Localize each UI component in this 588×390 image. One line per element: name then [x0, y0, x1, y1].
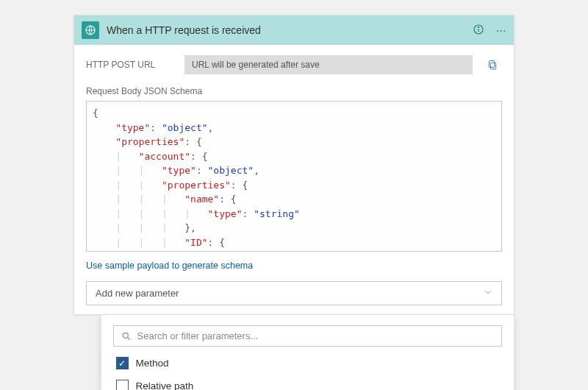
schema-editor[interactable]: { "type": "object", "properties": { | "a…: [86, 101, 502, 252]
method-label: Method: [136, 358, 169, 369]
http-url-row: HTTP POST URL URL will be generated afte…: [86, 55, 502, 74]
copy-url-button[interactable]: [483, 55, 502, 74]
card-body: HTTP POST URL URL will be generated afte…: [74, 45, 514, 314]
parameter-search-input[interactable]: Search or filter parameters...: [113, 325, 502, 347]
use-sample-payload-link[interactable]: Use sample payload to generate schema: [86, 260, 502, 271]
svg-point-6: [123, 333, 128, 338]
option-method[interactable]: Method: [113, 357, 502, 369]
chevron-down-icon: [484, 288, 492, 299]
svg-rect-5: [489, 61, 494, 68]
http-globe-icon: [82, 21, 99, 39]
search-icon: [121, 331, 132, 341]
card-header: When a HTTP request is received ···: [74, 15, 514, 45]
trigger-card: When a HTTP request is received ··· HTTP…: [74, 15, 514, 315]
svg-point-3: [478, 26, 479, 27]
schema-label: Request Body JSON Schema: [86, 86, 502, 96]
method-checkbox[interactable]: [116, 357, 129, 369]
schema-code: { "type": "object", "properties": { | "a…: [93, 104, 495, 249]
search-placeholder: Search or filter parameters...: [137, 330, 259, 341]
copy-icon: [487, 59, 498, 71]
relative-path-checkbox[interactable]: [116, 380, 129, 390]
http-url-label: HTTP POST URL: [86, 60, 174, 70]
http-url-value: URL will be generated after save: [184, 55, 473, 74]
svg-rect-4: [490, 63, 495, 69]
add-parameter-label: Add new parameter: [96, 288, 179, 299]
more-menu-icon[interactable]: ···: [496, 25, 506, 36]
card-title: When a HTTP request is received: [107, 24, 465, 36]
relative-path-label: Relative path: [136, 380, 194, 390]
parameter-dropdown-panel: Search or filter parameters... Method Re…: [101, 315, 514, 390]
option-relative-path[interactable]: Relative path: [113, 380, 502, 390]
add-parameter-dropdown[interactable]: Add new parameter: [86, 281, 502, 305]
svg-line-7: [127, 337, 129, 339]
info-icon[interactable]: [473, 24, 484, 38]
